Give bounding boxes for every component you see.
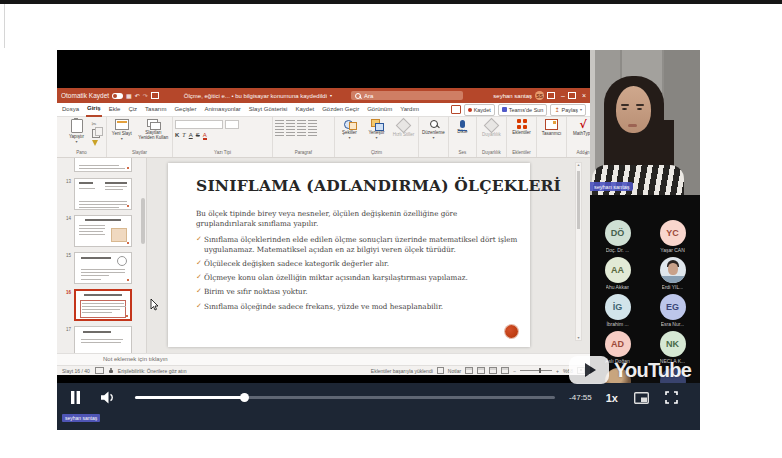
italic-button[interactable]: T [182,132,185,138]
tab-ciz[interactable]: Çiz [127,103,138,116]
editing-button[interactable]: Düzenleme ▾ [421,119,446,140]
slide-intro-text[interactable]: Bu ölçek tipinde birey veya nesneler, öl… [196,209,514,229]
zoom-in-button[interactable]: + [556,368,559,374]
bullets-button[interactable] [275,120,284,127]
zoom-out-button[interactable]: − [513,368,516,374]
mathtype-button[interactable]: √ MathType [570,119,590,136]
indent-increase-button[interactable] [308,120,317,127]
reuse-slides-button[interactable]: Slaytları Yeniden Kullan [137,119,170,140]
thumbnail-slide-13[interactable]: 13 [63,178,132,210]
tab-kaydet[interactable]: Kaydet [294,103,315,116]
participant-cell[interactable]: DÖ Doç. Dr. ... [590,220,645,257]
justify-button[interactable] [308,129,317,136]
align-right-button[interactable] [297,129,306,136]
participant-cell[interactable]: Erdi YIL... [645,257,700,294]
volume-button[interactable] [101,391,117,404]
comments-icon[interactable] [451,105,461,114]
dictate-button[interactable]: Dikte [451,119,474,134]
scroll-up-icon[interactable]: ▲ [576,163,581,167]
collapse-ribbon-icon[interactable]: ∧ [584,150,588,156]
tab-gozden-gecir[interactable]: Gözden Geçir [321,103,360,116]
thumbnail-partial[interactable] [63,158,132,172]
minimize-button[interactable]: – [561,88,565,103]
progress-bar[interactable] [135,396,555,399]
paste-button[interactable]: Yapıştır ▾ [64,119,90,144]
slide-canvas[interactable]: SINIFLAMA (ADLANDIRMA) ÖLÇEKLERİ Bu ölçe… [168,163,530,347]
ribbon-options-icon[interactable] [547,92,555,99]
align-center-button[interactable] [286,129,295,136]
thumbnail-scrollbar[interactable] [141,198,145,244]
share-button[interactable]: ↥ Paylaş ▾ [550,104,586,116]
font-size-select[interactable] [225,120,239,129]
bold-button[interactable]: K [175,132,179,138]
tab-dosya[interactable]: Dosya [61,103,80,116]
participant-cell[interactable]: EG Esra Nur... [645,294,700,331]
fullscreen-button[interactable] [665,391,678,404]
zoom-slider[interactable] [520,370,552,371]
scrollbar-thumb[interactable] [577,171,580,229]
tab-animasyonlar[interactable]: Animasyonlar [203,103,241,116]
draw-mode-icon[interactable] [151,92,159,99]
miniplayer-button[interactable] [634,392,649,404]
display-settings-icon[interactable] [95,367,104,374]
presenter-webcam-tile[interactable]: seyhan santaş [590,50,700,195]
slideshow-view-icon[interactable] [501,367,509,374]
accessibility-status[interactable]: Erişilebilirlik: Önerilere göz atın [118,368,187,374]
copy-icon[interactable] [92,129,100,138]
indent-decrease-button[interactable] [297,120,306,127]
numbering-button[interactable] [286,120,295,127]
participant-cell[interactable]: AA Ahu Akkan [590,257,645,294]
playback-speed-button[interactable]: 1x [606,392,618,404]
align-left-button[interactable] [275,129,284,136]
search-input[interactable]: Ara [351,91,463,100]
tab-yardim[interactable]: Yardım [399,103,420,116]
autosave-toggle[interactable] [112,93,123,99]
new-slide-button[interactable]: Yeni Slayt ▾ [109,119,135,141]
tab-giris[interactable]: Giriş [86,102,102,117]
close-button[interactable]: × [582,88,586,103]
addins-button[interactable]: Eklentiler [509,119,534,135]
participant-cell[interactable]: YC Yaşar CAN [645,220,700,257]
tab-tasarim[interactable]: Tasarım [144,103,167,116]
slide-bullet-list[interactable]: ✓Sınıflama ölçeklerinden elde edilen ölç… [196,235,518,316]
restore-button[interactable] [568,92,576,99]
notes-toggle[interactable]: Notlar [448,368,461,374]
save-icon[interactable]: ▦ [126,92,132,99]
quick-styles-button[interactable]: Hızlı Stiller [391,119,416,137]
present-in-teams-button[interactable]: Teams'de Sun [498,104,548,116]
tab-ekle[interactable]: Ekle [108,103,122,116]
normal-view-icon[interactable] [465,367,473,374]
slide-editing-area[interactable]: SINIFLAMA (ADLANDIRMA) ÖLÇEKLERİ Bu ölçe… [147,158,590,353]
scroll-down-icon[interactable]: ▼ [576,336,581,340]
document-title[interactable]: Ölçme, eğitici e... • bu bilgisayar konu… [184,93,327,99]
arrange-button[interactable]: Yerleştir ▾ [364,119,389,140]
record-button[interactable]: Kaydet [464,104,495,116]
progress-handle[interactable] [240,393,249,402]
designer-button[interactable]: Tasarımcı [539,119,564,136]
thumbnail-slide-17[interactable]: 17 [63,326,132,353]
avatar[interactable]: SS [535,91,544,100]
sensitivity-button[interactable]: Duyarlılık [479,119,504,137]
notes-placeholder[interactable]: Not eklemek için tıklayın [57,353,590,365]
youtube-watermark[interactable]: YouTube [569,356,691,384]
tab-gorunum[interactable]: Görünüm [366,103,393,116]
slide-thumbnail-panel[interactable]: 13 14 [57,158,147,353]
font-color-button[interactable]: A [203,132,207,140]
undo-icon[interactable]: ↶ [135,92,140,99]
pause-button[interactable] [70,391,81,404]
youtube-video-player[interactable]: Otomatik Kaydet ▦ ↶ ↷ Ölçme, eğitici e..… [57,50,700,430]
thumbnail-slide-15[interactable]: 15 [63,252,132,284]
thumbnail-slide-16-selected[interactable]: 16 [63,289,132,321]
slide-area-scrollbar[interactable]: ▲ ▼ [575,162,582,341]
reading-view-icon[interactable] [489,367,497,374]
slide-title[interactable]: SINIFLAMA (ADLANDIRMA) ÖLÇEKLERİ [196,176,516,195]
underline-button[interactable]: A [189,132,193,138]
slide-sorter-view-icon[interactable] [477,367,485,374]
participant-cell[interactable]: İG İbrahim ... [590,294,645,331]
thumbnail-slide-14[interactable]: 14 [63,215,132,247]
redo-icon[interactable]: ↷ [143,92,148,99]
strikethrough-button[interactable]: S [196,132,200,138]
tab-gecisler[interactable]: Geçişler [173,103,197,116]
font-name-select[interactable] [175,120,223,129]
shapes-button[interactable]: Şekiller ▾ [337,119,362,140]
